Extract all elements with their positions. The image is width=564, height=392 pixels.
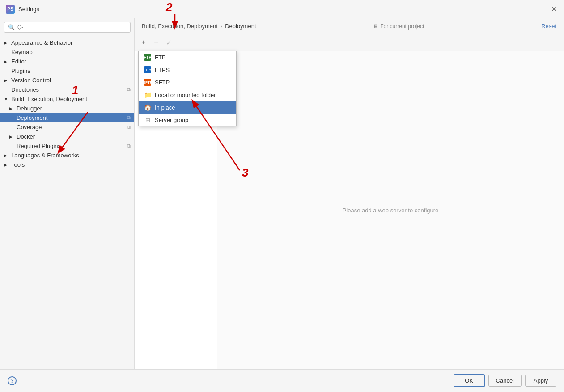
server-detail-panel: Please add a web server to configure bbox=[217, 51, 564, 369]
copy-icon: ⧉ bbox=[127, 115, 131, 121]
sidebar-item-tools[interactable]: ▶ Tools bbox=[0, 160, 134, 169]
search-icon: 🔍 bbox=[8, 24, 15, 30]
check-icon: ✓ bbox=[166, 38, 172, 47]
expand-arrow-icon: ▶ bbox=[4, 41, 9, 45]
close-button[interactable]: ✕ bbox=[549, 5, 558, 14]
breadcrumb-separator: › bbox=[221, 23, 222, 30]
bottom-bar: ? OK Cancel Apply bbox=[0, 369, 564, 392]
expand-arrow-icon: ▶ bbox=[9, 106, 15, 111]
dropdown-ftp[interactable]: FTP FTP bbox=[139, 51, 236, 63]
expand-arrow-icon: ▼ bbox=[4, 97, 9, 101]
breadcrumb: Build, Execution, Deployment › Deploymen… bbox=[142, 23, 256, 30]
for-project-label: 🖥 For current project bbox=[373, 23, 424, 30]
sidebar-item-version-control[interactable]: ▶ Version Control bbox=[0, 76, 134, 85]
dropdown-in-place[interactable]: 🏠 In place bbox=[139, 101, 236, 114]
sidebar-item-deployment[interactable]: Deployment ⧉ bbox=[0, 113, 134, 122]
folder-icon: 📁 bbox=[144, 91, 151, 98]
search-box[interactable]: 🔍 bbox=[4, 22, 131, 33]
dropdown-ftps[interactable]: FTPS FTPS bbox=[139, 63, 236, 76]
dropdown-local-folder[interactable]: 📁 Local or mounted folder bbox=[139, 89, 236, 101]
apply-button[interactable]: Apply bbox=[525, 375, 556, 387]
help-button[interactable]: ? bbox=[8, 376, 17, 385]
main-header: Build, Execution, Deployment › Deploymen… bbox=[135, 18, 564, 34]
sidebar: 🔍 ▶ Appearance & Behavior Keymap ▶ Edito… bbox=[0, 18, 135, 369]
sidebar-item-required-plugins[interactable]: Required Plugins ⧉ bbox=[0, 141, 134, 151]
sidebar-item-appearance[interactable]: ▶ Appearance & Behavior bbox=[0, 38, 134, 47]
app-icon: PS bbox=[6, 5, 15, 14]
breadcrumb-current: Deployment bbox=[225, 23, 256, 30]
sidebar-item-plugins[interactable]: Plugins bbox=[0, 66, 134, 76]
title-bar: PS Settings ✕ bbox=[0, 0, 564, 18]
expand-arrow-icon: ▶ bbox=[4, 59, 9, 64]
breadcrumb-parent: Build, Execution, Deployment bbox=[142, 23, 218, 30]
sftp-icon: SFTP bbox=[144, 79, 151, 86]
ftps-icon: FTPS bbox=[144, 66, 151, 73]
project-icon: 🖥 bbox=[373, 23, 378, 30]
reset-button[interactable]: Reset bbox=[541, 23, 556, 30]
content-area: 🔍 ▶ Appearance & Behavior Keymap ▶ Edito… bbox=[0, 18, 564, 369]
window-title: Settings bbox=[18, 6, 549, 13]
add-server-button[interactable]: + bbox=[138, 37, 149, 48]
server-group-icon: ⊞ bbox=[144, 116, 151, 123]
expand-arrow-icon: ▶ bbox=[9, 135, 15, 139]
check-button[interactable]: ✓ bbox=[163, 37, 174, 48]
ok-button[interactable]: OK bbox=[454, 374, 485, 387]
cancel-button[interactable]: Cancel bbox=[488, 375, 522, 387]
add-server-dropdown: FTP FTP FTPS FTPS SFTP SFTP 📁 Local or m… bbox=[138, 51, 237, 126]
expand-arrow-icon: ▶ bbox=[4, 163, 9, 167]
sidebar-item-directories[interactable]: Directories ⧉ bbox=[0, 85, 134, 94]
main-panel: Build, Execution, Deployment › Deploymen… bbox=[135, 18, 564, 369]
deployment-toolbar: + − ✓ FTP FTP FTPS FTPS bbox=[135, 34, 564, 51]
plus-icon: + bbox=[141, 38, 145, 46]
sidebar-item-coverage[interactable]: Coverage ⧉ bbox=[0, 122, 134, 132]
copy-icon: ⧉ bbox=[127, 143, 131, 149]
copy-icon: ⧉ bbox=[127, 87, 131, 93]
house-icon: 🏠 bbox=[144, 104, 151, 111]
ftp-icon: FTP bbox=[144, 54, 151, 61]
expand-arrow-icon: ▶ bbox=[4, 153, 9, 158]
minus-icon: − bbox=[154, 38, 158, 46]
settings-window: PS Settings ✕ 🔍 ▶ Appearance & Behavior bbox=[0, 0, 564, 392]
remove-server-button[interactable]: − bbox=[151, 37, 161, 48]
search-input[interactable] bbox=[17, 24, 127, 30]
copy-icon: ⧉ bbox=[127, 124, 131, 130]
sidebar-item-keymap[interactable]: Keymap bbox=[0, 47, 134, 57]
dropdown-server-group[interactable]: ⊞ Server group bbox=[139, 114, 236, 126]
dropdown-sftp[interactable]: SFTP SFTP bbox=[139, 76, 236, 89]
sidebar-item-debugger[interactable]: ▶ Debugger bbox=[0, 104, 134, 113]
sidebar-tree: ▶ Appearance & Behavior Keymap ▶ Editor … bbox=[0, 36, 134, 369]
expand-arrow-icon: ▶ bbox=[4, 78, 9, 83]
add-server-hint: Please add a web server to configure bbox=[343, 207, 439, 214]
sidebar-item-build-exec[interactable]: ▼ Build, Execution, Deployment bbox=[0, 94, 134, 104]
sidebar-item-languages[interactable]: ▶ Languages & Frameworks bbox=[0, 151, 134, 160]
sidebar-item-docker[interactable]: ▶ Docker bbox=[0, 132, 134, 141]
sidebar-item-editor[interactable]: ▶ Editor bbox=[0, 57, 134, 66]
